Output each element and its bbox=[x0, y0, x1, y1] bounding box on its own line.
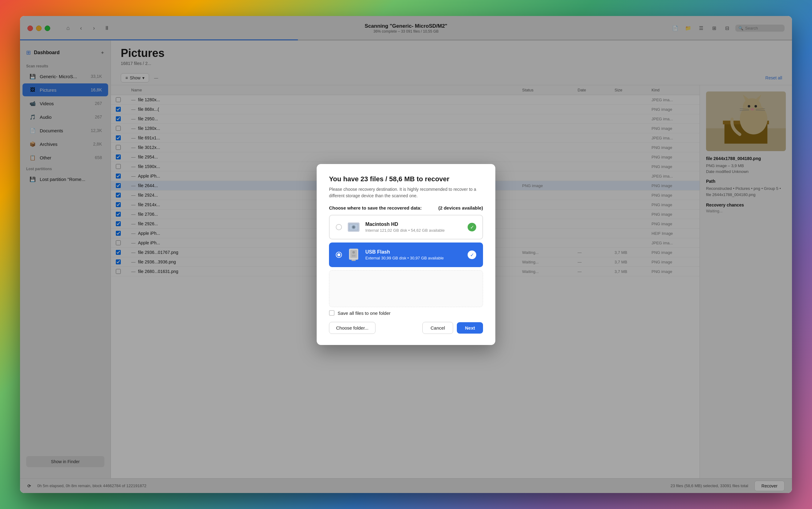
svg-point-23 bbox=[352, 251, 355, 253]
save-all-checkbox[interactable] bbox=[329, 310, 335, 316]
hd-svg-icon bbox=[347, 221, 360, 233]
device-info-usb-flash: USB Flash External 30,99 GB disk • 30,97… bbox=[365, 249, 444, 260]
empty-device-slots bbox=[329, 270, 483, 307]
svg-rect-24 bbox=[352, 255, 355, 257]
device-radio-usb-flash[interactable] bbox=[336, 252, 342, 258]
recovery-modal: You have 23 files / 58,6 MB to recover P… bbox=[317, 164, 495, 345]
modal-actions: Choose folder... Cancel Next bbox=[329, 322, 483, 334]
macintosh-hd-details: Internal 121,02 GB disk • 54,62 GB avail… bbox=[365, 228, 445, 233]
svg-rect-22 bbox=[351, 260, 356, 261]
choose-label-text: Choose where to save the recovered data: bbox=[329, 205, 422, 210]
modal-choose-label: Choose where to save the recovered data:… bbox=[329, 205, 483, 210]
svg-point-19 bbox=[353, 226, 354, 228]
macintosh-hd-check: ✓ bbox=[468, 223, 476, 231]
mac-window: ⌂ ‹ › ⏸ Scanning "Generic- MicroSD/M2" 3… bbox=[20, 16, 792, 493]
next-button[interactable]: Next bbox=[457, 322, 483, 334]
svg-rect-21 bbox=[350, 250, 357, 258]
device-option-macintosh-hd[interactable]: Macintosh HD Internal 121,02 GB disk • 5… bbox=[329, 215, 483, 239]
save-all-row: Save all files to one folder bbox=[329, 310, 483, 316]
device-info-macintosh-hd: Macintosh HD Internal 121,02 GB disk • 5… bbox=[365, 222, 445, 233]
devices-available: (2 devices available) bbox=[438, 205, 483, 210]
usb-flash-check: ✓ bbox=[468, 250, 476, 259]
macintosh-hd-name: Macintosh HD bbox=[365, 222, 445, 227]
device-radio-macintosh-hd[interactable] bbox=[336, 224, 342, 230]
choose-folder-button[interactable]: Choose folder... bbox=[329, 322, 375, 334]
modal-title: You have 23 files / 58,6 MB to recover bbox=[329, 175, 483, 183]
cancel-button[interactable]: Cancel bbox=[422, 322, 454, 334]
usb-flash-icon bbox=[347, 248, 361, 262]
usb-flash-details: External 30,99 GB disk • 30,97 GB availa… bbox=[365, 256, 444, 260]
device-option-usb-flash[interactable]: USB Flash External 30,99 GB disk • 30,97… bbox=[329, 242, 483, 267]
macintosh-hd-icon bbox=[347, 220, 361, 234]
usb-flash-name: USB Flash bbox=[365, 249, 444, 255]
usb-svg-icon bbox=[348, 248, 360, 262]
save-all-label: Save all files to one folder bbox=[338, 310, 391, 316]
modal-description: Please choose recovery destination. It i… bbox=[329, 186, 483, 199]
modal-overlay: You have 23 files / 58,6 MB to recover P… bbox=[20, 16, 792, 493]
